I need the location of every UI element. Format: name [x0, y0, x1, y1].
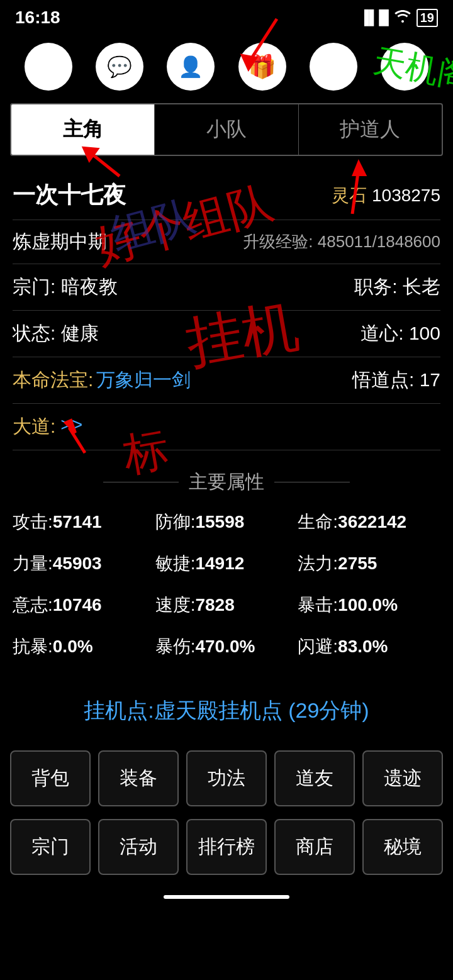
- home-indicator: [164, 895, 289, 899]
- character-info: 一次十七夜 灵石 1038275 炼虚期中期 升级经验: 485011/1848…: [0, 156, 453, 450]
- message-icon: 💬: [107, 55, 132, 79]
- events-button[interactable]: 活动: [98, 819, 179, 875]
- sect-button[interactable]: 宗门: [10, 819, 91, 875]
- battery-icon: 19: [417, 9, 438, 27]
- shop-button[interactable]: 商店: [274, 819, 355, 875]
- character-name: 一次十七夜: [13, 180, 126, 211]
- treasure-row: 本命法宝: 万象归一剑 悟道点: 17: [13, 357, 440, 404]
- realm-text: 炼虚期中期: [13, 229, 107, 255]
- attr-agility: 敏捷:14912: [155, 552, 298, 576]
- wifi-icon: [394, 9, 411, 26]
- attr-speed: 速度:7828: [155, 593, 298, 617]
- gift-icon: 🎁: [248, 53, 276, 80]
- tab-team[interactable]: 小队: [155, 104, 298, 155]
- tab-bar: 主角 小队 护道人: [10, 103, 443, 156]
- settings-icon: ⚙: [324, 54, 343, 79]
- relics-button[interactable]: 遗迹: [362, 750, 443, 806]
- backpack-button[interactable]: 背包: [10, 750, 91, 806]
- top-nav: i 💬 👤 🎁 ⚙ 阁: [0, 33, 453, 103]
- tab-guardian[interactable]: 护道人: [299, 104, 442, 155]
- spirit-stone: 灵石 1038275: [332, 184, 440, 208]
- time-display: 16:18: [15, 8, 60, 28]
- equipment-button[interactable]: 装备: [98, 750, 179, 806]
- attr-mana: 法力:2755: [298, 552, 440, 576]
- secret-realm-button[interactable]: 秘境: [362, 819, 443, 875]
- attr-crit: 暴击:100.0%: [298, 593, 440, 617]
- status-bar: 16:18 ▐▌█ 19: [0, 0, 453, 33]
- status-icons: ▐▌█ 19: [359, 9, 438, 27]
- exp-text: 升级经验: 485011/1848600: [243, 231, 440, 253]
- attr-hp: 生命:3622142: [298, 510, 440, 534]
- status-row: 状态: 健康 道心: 100: [13, 311, 440, 357]
- treasure-info: 本命法宝: 万象归一剑: [13, 367, 191, 393]
- tab-main-character[interactable]: 主角: [11, 104, 155, 155]
- gift-button[interactable]: 🎁: [238, 43, 286, 91]
- bottom-buttons-row2: 宗门 活动 排行榜 商店 秘境: [0, 819, 453, 885]
- settings-button[interactable]: ⚙: [310, 43, 357, 91]
- auto-battle-point[interactable]: 挂机点:虚天殿挂机点 (29分钟): [0, 659, 453, 750]
- info-button[interactable]: i: [25, 43, 72, 91]
- info-icon: i: [45, 53, 52, 80]
- home-icon: 阁: [396, 55, 413, 79]
- friends-button[interactable]: 道友: [274, 750, 355, 806]
- user-icon: 👤: [178, 55, 203, 79]
- sect-row: 宗门: 暗夜教 职务: 长老: [13, 264, 440, 311]
- skills-button[interactable]: 功法: [186, 750, 267, 806]
- attr-defense: 防御:15598: [155, 510, 298, 534]
- dao-row[interactable]: 大道: >>: [13, 404, 440, 450]
- attr-anti-crit: 抗暴:0.0%: [13, 635, 155, 659]
- attr-attack: 攻击:57141: [13, 510, 155, 534]
- attr-dodge: 闪避:83.0%: [298, 635, 440, 659]
- sect-text: 宗门: 暗夜教: [13, 274, 118, 300]
- attributes-title: 主要属性: [13, 469, 440, 495]
- dao-heart-text: 道心: 100: [361, 321, 440, 347]
- attributes-grid: 攻击:57141 防御:15598 生命:3622142 力量:45903 敏捷…: [13, 510, 440, 659]
- attr-strength: 力量:45903: [13, 552, 155, 576]
- position-text: 职务: 长老: [354, 274, 440, 300]
- bottom-buttons-row1: 背包 装备 功法 道友 遗迹: [0, 750, 453, 816]
- realm-row: 炼虚期中期 升级经验: 485011/1848600: [13, 220, 440, 264]
- attributes-section: 主要属性 攻击:57141 防御:15598 生命:3622142 力量:459…: [0, 450, 453, 659]
- home-button[interactable]: 阁: [381, 43, 428, 91]
- user-button[interactable]: 👤: [167, 43, 215, 91]
- status-text: 状态: 健康: [13, 321, 99, 347]
- signal-icon: ▐▌█: [359, 9, 389, 26]
- message-button[interactable]: 💬: [96, 43, 143, 91]
- leaderboard-button[interactable]: 排行榜: [186, 819, 267, 875]
- wudao-text: 悟道点: 17: [352, 367, 440, 393]
- name-row: 一次十七夜 灵石 1038275: [13, 171, 440, 220]
- attr-crit-dmg: 暴伤:470.0%: [155, 635, 298, 659]
- attr-will: 意志:10746: [13, 593, 155, 617]
